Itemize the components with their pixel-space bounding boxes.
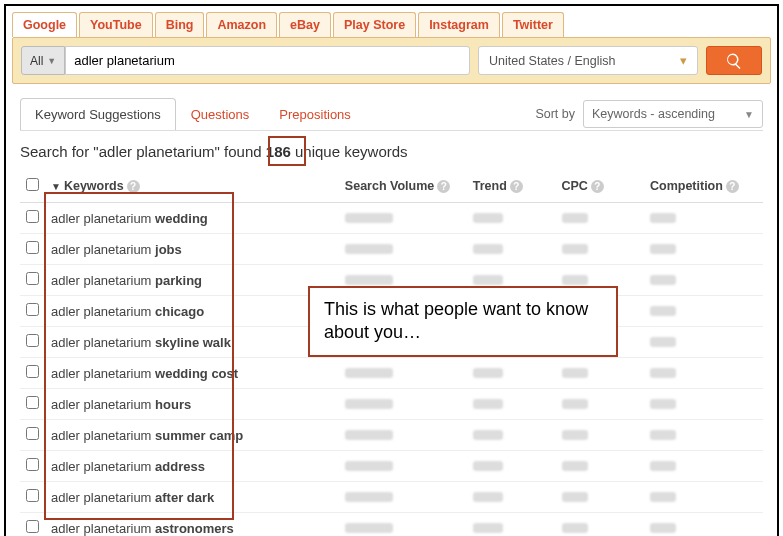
source-tab-youtube[interactable]: YouTube	[79, 12, 153, 37]
row-checkbox[interactable]	[26, 303, 39, 316]
cpc-cell	[556, 234, 644, 265]
keyword-cell[interactable]: adler planetarium parking	[45, 265, 339, 296]
cpc-cell	[556, 482, 644, 513]
cpc-cell	[556, 513, 644, 537]
source-tab-ebay[interactable]: eBay	[279, 12, 331, 37]
tab-keyword-suggestions[interactable]: Keyword Suggestions	[20, 98, 176, 130]
sort-value: Keywords - ascending	[592, 107, 715, 121]
competition-cell	[644, 234, 763, 265]
tab-questions[interactable]: Questions	[176, 98, 265, 130]
source-tab-play-store[interactable]: Play Store	[333, 12, 416, 37]
competition-cell	[644, 203, 763, 234]
keyword-cell[interactable]: adler planetarium hours	[45, 389, 339, 420]
col-cpc[interactable]: CPC?	[556, 170, 644, 203]
sort-control: Sort by Keywords - ascending ▼	[535, 100, 763, 128]
search-volume-cell	[339, 482, 467, 513]
competition-cell	[644, 296, 763, 327]
row-checkbox[interactable]	[26, 396, 39, 409]
chevron-down-icon: ▼	[744, 109, 754, 120]
source-tab-google[interactable]: Google	[12, 12, 77, 37]
competition-cell	[644, 420, 763, 451]
competition-cell	[644, 513, 763, 537]
table-row: adler planetarium hours	[20, 389, 763, 420]
cpc-cell	[556, 358, 644, 389]
competition-cell	[644, 482, 763, 513]
help-icon[interactable]: ?	[726, 180, 739, 193]
sort-label: Sort by	[535, 107, 575, 121]
tab-prepositions[interactable]: Prepositions	[264, 98, 366, 130]
help-icon[interactable]: ?	[510, 180, 523, 193]
scope-selector[interactable]: All ▼	[21, 46, 65, 75]
row-checkbox[interactable]	[26, 458, 39, 471]
source-tab-bar: GoogleYouTubeBingAmazoneBayPlay StoreIns…	[6, 8, 777, 37]
result-summary: Search for "adler planetarium" found 186…	[6, 131, 777, 170]
table-row: adler planetarium after dark	[20, 482, 763, 513]
search-icon	[725, 52, 743, 70]
locale-selector[interactable]: United States / English ▾	[478, 46, 698, 75]
col-competition[interactable]: Competition?	[644, 170, 763, 203]
app-frame: GoogleYouTubeBingAmazoneBayPlay StoreIns…	[4, 4, 779, 536]
source-tab-twitter[interactable]: Twitter	[502, 12, 564, 37]
trend-cell	[467, 482, 556, 513]
keyword-cell[interactable]: adler planetarium summer camp	[45, 420, 339, 451]
sort-select[interactable]: Keywords - ascending ▼	[583, 100, 763, 128]
search-volume-cell	[339, 358, 467, 389]
cpc-cell	[556, 420, 644, 451]
row-checkbox[interactable]	[26, 489, 39, 502]
search-volume-cell	[339, 420, 467, 451]
search-volume-cell	[339, 203, 467, 234]
help-icon[interactable]: ?	[127, 180, 140, 193]
help-icon[interactable]: ?	[591, 180, 604, 193]
row-checkbox[interactable]	[26, 427, 39, 440]
col-search-volume[interactable]: Search Volume?	[339, 170, 467, 203]
search-volume-cell	[339, 234, 467, 265]
trend-cell	[467, 389, 556, 420]
trend-cell	[467, 358, 556, 389]
competition-cell	[644, 358, 763, 389]
keyword-cell[interactable]: adler planetarium astronomers	[45, 513, 339, 537]
trend-cell	[467, 451, 556, 482]
keyword-input[interactable]	[65, 46, 470, 75]
row-checkbox[interactable]	[26, 210, 39, 223]
trend-cell	[467, 234, 556, 265]
table-row: adler planetarium astronomers	[20, 513, 763, 537]
filter-tabs: Keyword Suggestions Questions Prepositio…	[20, 98, 366, 130]
row-checkbox[interactable]	[26, 365, 39, 378]
select-all-checkbox[interactable]	[26, 178, 39, 191]
source-tab-instagram[interactable]: Instagram	[418, 12, 500, 37]
keyword-cell[interactable]: adler planetarium skyline walk	[45, 327, 339, 358]
table-row: adler planetarium jobs	[20, 234, 763, 265]
source-tab-amazon[interactable]: Amazon	[206, 12, 277, 37]
keyword-cell[interactable]: adler planetarium after dark	[45, 482, 339, 513]
help-icon[interactable]: ?	[437, 180, 450, 193]
annotation-callout: This is what people want to know about y…	[308, 286, 618, 357]
table-row: adler planetarium wedding	[20, 203, 763, 234]
trend-cell	[467, 203, 556, 234]
row-checkbox[interactable]	[26, 520, 39, 533]
cpc-cell	[556, 203, 644, 234]
search-button[interactable]	[706, 46, 762, 75]
col-trend[interactable]: Trend?	[467, 170, 556, 203]
row-checkbox[interactable]	[26, 272, 39, 285]
row-checkbox[interactable]	[26, 241, 39, 254]
keyword-cell[interactable]: adler planetarium jobs	[45, 234, 339, 265]
keyword-cell[interactable]: adler planetarium wedding	[45, 203, 339, 234]
search-volume-cell	[339, 513, 467, 537]
table-row: adler planetarium wedding cost	[20, 358, 763, 389]
col-keywords[interactable]: ▼Keywords?	[45, 170, 339, 203]
cpc-cell	[556, 389, 644, 420]
competition-cell	[644, 451, 763, 482]
table-row: adler planetarium address	[20, 451, 763, 482]
filter-row: Keyword Suggestions Questions Prepositio…	[6, 84, 777, 130]
source-tab-bing[interactable]: Bing	[155, 12, 205, 37]
sort-arrow-icon: ▼	[51, 181, 61, 192]
keyword-cell[interactable]: adler planetarium address	[45, 451, 339, 482]
row-checkbox[interactable]	[26, 334, 39, 347]
scope-label: All	[30, 54, 43, 68]
search-volume-cell	[339, 389, 467, 420]
keyword-cell[interactable]: adler planetarium chicago	[45, 296, 339, 327]
search-volume-cell	[339, 451, 467, 482]
competition-cell	[644, 265, 763, 296]
result-count: 186	[266, 143, 291, 160]
keyword-cell[interactable]: adler planetarium wedding cost	[45, 358, 339, 389]
